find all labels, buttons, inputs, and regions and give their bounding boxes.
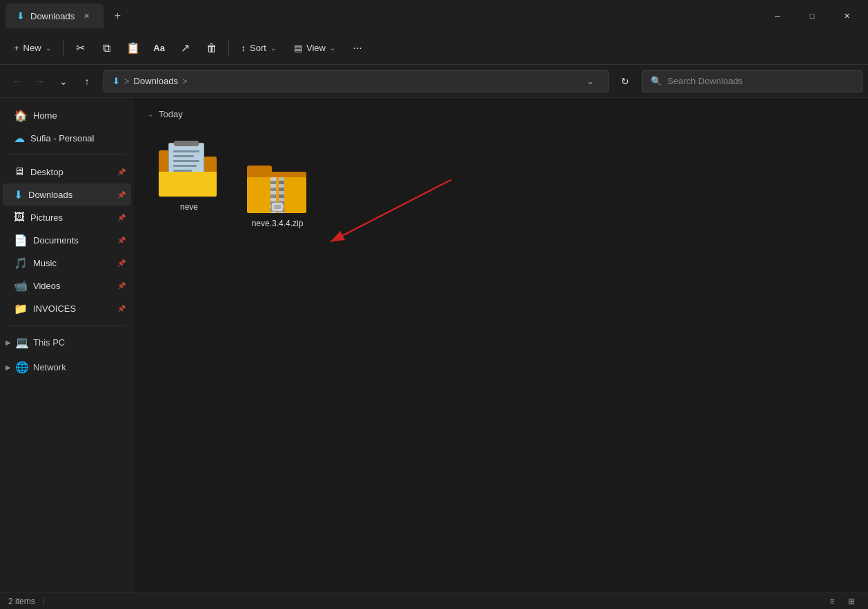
dropdown-nav-button[interactable]: ⌄ — [52, 70, 75, 92]
view-button[interactable]: ▤ View ⌄ — [286, 36, 344, 61]
view-label: View — [306, 43, 326, 53]
active-tab[interactable]: ⬇ Downloads ✕ — [6, 3, 103, 28]
sidebar-item-downloads[interactable]: ⬇ Downloads 📌 — [3, 183, 131, 206]
invoices-label: INVOICES — [33, 303, 76, 314]
tab-download-icon: ⬇ — [17, 10, 25, 21]
sidebar-item-home[interactable]: 🏠 Home — [3, 104, 131, 126]
back-button[interactable]: ← — [6, 70, 28, 92]
address-dropdown-button[interactable]: ⌄ — [580, 72, 600, 91]
folder-zip-icon — [246, 158, 309, 213]
address-separator-2: > — [182, 76, 188, 86]
downloads-label: Downloads — [28, 190, 72, 200]
items-count: 2 items — [8, 597, 35, 606]
network-chevron-icon: ▶ — [6, 363, 11, 371]
sidebar-item-sufia[interactable]: ☁ Sufia - Personal — [3, 127, 131, 149]
music-label: Music — [33, 258, 57, 268]
new-label: New — [23, 43, 41, 53]
network-icon: 🌐 — [15, 361, 29, 374]
desktop-label: Desktop — [30, 167, 63, 177]
sidebar-network-header[interactable]: ▶ 🌐 Network — [0, 356, 134, 378]
cut-button[interactable]: ✂ — [68, 36, 93, 61]
search-bar[interactable]: 🔍 Search Downloads — [642, 70, 862, 92]
thispc-icon: 💻 — [15, 336, 29, 349]
view-chevron-icon: ⌄ — [330, 44, 335, 52]
sidebar-item-documents[interactable]: 📄 Documents 📌 — [3, 229, 131, 251]
file-item-neve[interactable]: neve — [148, 136, 230, 235]
delete-button[interactable]: 🗑 — [199, 36, 224, 61]
grid-view-button[interactable]: ⊞ — [843, 595, 860, 608]
sidebar-item-pictures[interactable]: 🖼 Pictures 📌 — [3, 206, 131, 228]
new-plus-icon: + — [14, 43, 19, 53]
file-name-neve: neve — [180, 202, 198, 213]
status-bar: 2 items ≡ ⊞ — [0, 592, 868, 609]
maximize-button[interactable]: □ — [796, 5, 828, 27]
music-pin-icon: 📌 — [117, 259, 126, 267]
sufia-cloud-icon: ☁ — [14, 132, 25, 145]
documents-pin-icon: 📌 — [117, 237, 126, 244]
sidebar-item-videos[interactable]: 📹 Videos 📌 — [3, 274, 131, 297]
sidebar-divider-1 — [8, 154, 126, 155]
tab-label: Downloads — [30, 11, 75, 21]
toolbar-separator-1 — [63, 40, 64, 57]
close-button[interactable]: ✕ — [831, 5, 862, 27]
forward-button[interactable]: → — [29, 70, 51, 92]
rename-button[interactable]: Aa — [147, 36, 172, 61]
videos-pin-icon: 📌 — [117, 282, 126, 290]
address-download-icon: ⬇ — [112, 76, 120, 86]
toolbar-separator-2 — [228, 40, 229, 57]
group-header-today[interactable]: ⌄ Today — [148, 109, 854, 119]
network-label: Network — [33, 362, 66, 372]
share-button[interactable]: ↗ — [173, 36, 198, 61]
thispc-label: This PC — [33, 337, 65, 348]
documents-icon: 📄 — [14, 234, 28, 247]
more-button[interactable]: ··· — [345, 36, 370, 61]
pictures-icon: 🖼 — [14, 211, 25, 223]
music-icon: 🎵 — [14, 257, 28, 270]
minimize-button[interactable]: ─ — [762, 5, 793, 27]
up-button[interactable]: ↑ — [76, 70, 98, 92]
add-tab-button[interactable]: + — [106, 5, 128, 27]
home-icon: 🏠 — [14, 109, 28, 122]
pin-icon: 📌 — [117, 168, 126, 176]
view-icon: ▤ — [294, 43, 302, 53]
videos-icon: 📹 — [14, 279, 28, 292]
sort-button[interactable]: ↕ Sort ⌄ — [233, 36, 284, 61]
window-controls: ─ □ ✕ — [762, 5, 862, 27]
tab-area: ⬇ Downloads ✕ + — [6, 0, 762, 32]
list-view-button[interactable]: ≡ — [824, 595, 840, 608]
tab-close-button[interactable]: ✕ — [80, 10, 92, 22]
address-crumb-downloads: Downloads — [134, 76, 178, 86]
desktop-icon: 🖥 — [14, 166, 25, 178]
sidebar: 🏠 Home ☁ Sufia - Personal 🖥 Desktop 📌 ⬇ … — [0, 98, 134, 592]
copy-button[interactable]: ⧉ — [95, 36, 119, 61]
file-item-neve-zip[interactable]: neve.3.4.4.zip — [236, 152, 319, 235]
group-chevron-icon: ⌄ — [148, 110, 153, 118]
downloads-icon: ⬇ — [14, 188, 23, 201]
sidebar-thispc-header[interactable]: ▶ 💻 This PC — [0, 331, 134, 353]
folder-notepad-icon — [156, 141, 222, 197]
home-label: Home — [33, 110, 57, 121]
group-label: Today — [159, 109, 183, 119]
files-grid: neve — [148, 130, 854, 241]
pictures-label: Pictures — [30, 212, 63, 223]
title-bar: ⬇ Downloads ✕ + ─ □ ✕ — [0, 0, 868, 32]
address-separator-1: > — [124, 76, 130, 86]
sidebar-item-desktop[interactable]: 🖥 Desktop 📌 — [3, 161, 131, 183]
sort-label: Sort — [250, 43, 266, 53]
status-separator — [43, 597, 44, 606]
sidebar-item-music[interactable]: 🎵 Music 📌 — [3, 252, 131, 274]
folder-front — [159, 172, 217, 197]
new-button[interactable]: + New ⌄ — [6, 36, 59, 61]
paste-button[interactable]: 📋 — [121, 36, 146, 61]
address-bar[interactable]: ⬇ > Downloads > ⌄ — [103, 70, 609, 92]
sidebar-divider-2 — [8, 325, 126, 326]
search-icon: 🔍 — [651, 76, 662, 86]
new-chevron-icon: ⌄ — [46, 44, 51, 52]
invoices-icon: 📁 — [14, 302, 28, 315]
refresh-button[interactable]: ↻ — [614, 70, 636, 92]
zip-folder-tab — [247, 166, 272, 174]
nav-buttons: ← → ⌄ ↑ — [6, 70, 98, 92]
sidebar-item-invoices[interactable]: 📁 INVOICES 📌 — [3, 297, 131, 319]
thispc-chevron-icon: ▶ — [6, 339, 11, 346]
address-bar-row: ← → ⌄ ↑ ⬇ > Downloads > ⌄ ↻ 🔍 Search Dow… — [0, 65, 868, 98]
